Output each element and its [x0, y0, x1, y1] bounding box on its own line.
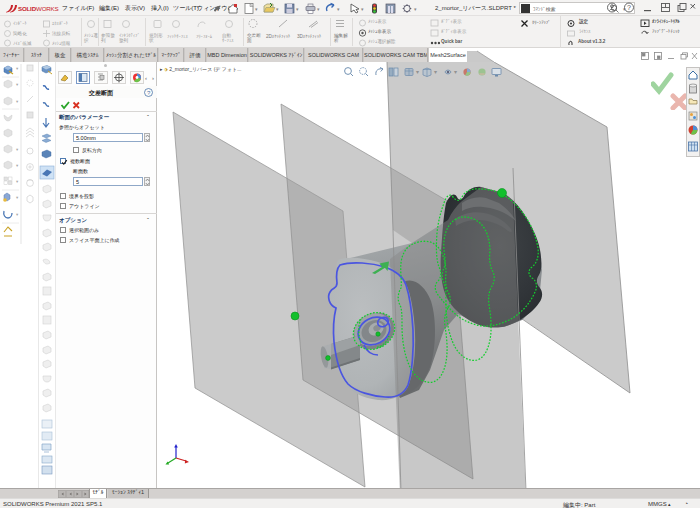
svg-text:▾: ▾	[16, 99, 19, 104]
svg-text:?: ?	[627, 4, 631, 11]
svg-text:▾: ▾	[434, 69, 437, 75]
svg-text:▾: ▾	[454, 69, 457, 75]
svg-text:▾: ▾	[16, 147, 19, 152]
svg-text:SOLID: SOLID	[18, 5, 37, 12]
svg-text:?: ?	[147, 89, 151, 95]
svg-text:▾: ▾	[16, 66, 19, 71]
svg-text:▾: ▾	[361, 6, 364, 12]
svg-text:▾: ▾	[16, 212, 19, 217]
svg-text:▾: ▾	[276, 6, 279, 12]
svg-text:▾: ▾	[16, 179, 19, 184]
svg-text:▾: ▾	[16, 163, 19, 168]
svg-text:▾: ▾	[317, 6, 320, 12]
svg-text:▾: ▾	[337, 6, 340, 12]
svg-text:▾: ▾	[255, 6, 258, 12]
svg-text:▾: ▾	[16, 82, 19, 87]
svg-text:▾: ▾	[414, 6, 417, 12]
svg-text:▾: ▾	[16, 195, 19, 200]
svg-text:▾: ▾	[296, 6, 299, 12]
svg-text:WORKS: WORKS	[36, 5, 58, 12]
svg-text:▾: ▾	[416, 69, 419, 75]
